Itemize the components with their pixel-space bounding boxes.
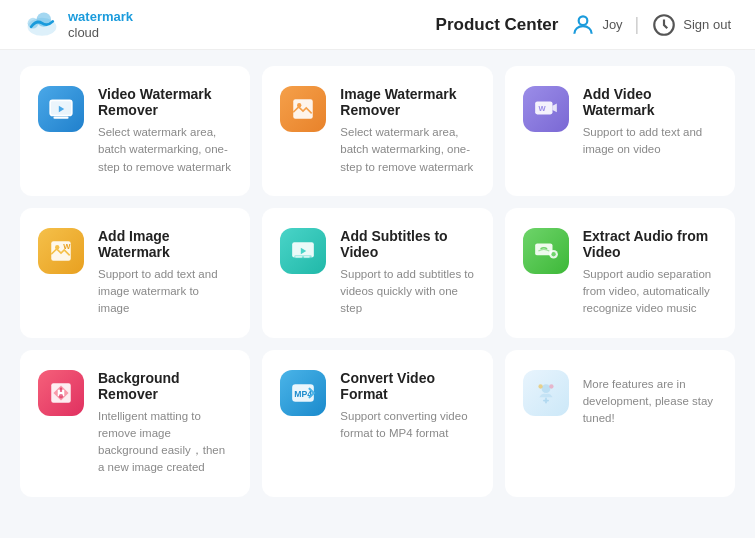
add-image-watermark-content: Add Image Watermark Support to add text … bbox=[98, 228, 232, 318]
video-watermark-remover-desc: Select watermark area, batch watermarkin… bbox=[98, 124, 232, 176]
convert-video-format-desc: Support converting video format to MP4 f… bbox=[340, 408, 474, 443]
image-watermark-remover-title: Image Watermark Remover bbox=[340, 86, 474, 118]
add-video-watermark-icon: W bbox=[523, 86, 569, 132]
more-features-content: More features are in development, please… bbox=[583, 370, 717, 428]
add-image-watermark-desc: Support to add text and image watermark … bbox=[98, 266, 232, 318]
user-icon bbox=[570, 12, 596, 38]
user-name: Joy bbox=[602, 17, 622, 32]
convert-video-format-content: Convert Video Format Support converting … bbox=[340, 370, 474, 443]
image-watermark-remover-card[interactable]: Image Watermark Remover Select watermark… bbox=[262, 66, 492, 196]
logo-text: watermark cloud bbox=[68, 9, 133, 40]
svg-text:W: W bbox=[538, 104, 546, 113]
user-section[interactable]: Joy bbox=[570, 12, 622, 38]
extract-audio-card[interactable]: Extract Audio from Video Support audio s… bbox=[505, 208, 735, 338]
extract-audio-desc: Support audio separation from video, aut… bbox=[583, 266, 717, 318]
product-center-label: Product Center bbox=[436, 15, 559, 35]
svg-point-26 bbox=[541, 384, 550, 393]
svg-point-3 bbox=[579, 16, 588, 25]
image-watermark-remover-icon bbox=[280, 86, 326, 132]
extract-audio-title: Extract Audio from Video bbox=[583, 228, 717, 260]
add-image-watermark-card[interactable]: W Add Image Watermark Support to add tex… bbox=[20, 208, 250, 338]
extract-audio-icon bbox=[523, 228, 569, 274]
sign-out-label: Sign out bbox=[683, 17, 731, 32]
card-row-1: Video Watermark Remover Select watermark… bbox=[20, 66, 735, 196]
convert-video-format-icon: MP4 bbox=[280, 370, 326, 416]
add-video-watermark-card[interactable]: W Add Video Watermark Support to add tex… bbox=[505, 66, 735, 196]
image-watermark-remover-content: Image Watermark Remover Select watermark… bbox=[340, 86, 474, 176]
video-watermark-remover-title: Video Watermark Remover bbox=[98, 86, 232, 118]
card-row-3: Background Remover Intelligent matting t… bbox=[20, 350, 735, 497]
more-features-desc: More features are in development, please… bbox=[583, 376, 717, 428]
svg-point-2 bbox=[37, 12, 51, 26]
add-video-watermark-content: Add Video Watermark Support to add text … bbox=[583, 86, 717, 159]
add-image-watermark-icon: W bbox=[38, 228, 84, 274]
card-row-2: W Add Image Watermark Support to add tex… bbox=[20, 208, 735, 338]
background-remover-title: Background Remover bbox=[98, 370, 232, 402]
convert-video-format-title: Convert Video Format bbox=[340, 370, 474, 402]
add-subtitles-title: Add Subtitles to Video bbox=[340, 228, 474, 260]
svg-point-28 bbox=[549, 384, 553, 388]
svg-text:W: W bbox=[63, 242, 71, 251]
video-watermark-remover-icon bbox=[38, 86, 84, 132]
add-subtitles-desc: Support to add subtitles to videos quick… bbox=[340, 266, 474, 318]
add-image-watermark-title: Add Image Watermark bbox=[98, 228, 232, 260]
svg-point-27 bbox=[538, 384, 542, 388]
add-subtitles-content: Add Subtitles to Video Support to add su… bbox=[340, 228, 474, 318]
image-watermark-remover-desc: Select watermark area, batch watermarkin… bbox=[340, 124, 474, 176]
convert-video-format-card[interactable]: MP4 Convert Video Format Support convert… bbox=[262, 350, 492, 497]
add-video-watermark-desc: Support to add text and image on video bbox=[583, 124, 717, 159]
video-watermark-remover-card[interactable]: Video Watermark Remover Select watermark… bbox=[20, 66, 250, 196]
background-remover-icon bbox=[38, 370, 84, 416]
add-subtitles-card[interactable]: Add Subtitles to Video Support to add su… bbox=[262, 208, 492, 338]
extract-audio-content: Extract Audio from Video Support audio s… bbox=[583, 228, 717, 318]
add-subtitles-icon bbox=[280, 228, 326, 274]
video-watermark-remover-content: Video Watermark Remover Select watermark… bbox=[98, 86, 232, 176]
background-remover-card[interactable]: Background Remover Intelligent matting t… bbox=[20, 350, 250, 497]
sign-out-section[interactable]: Sign out bbox=[651, 12, 731, 38]
svg-point-21 bbox=[551, 252, 555, 256]
more-features-card[interactable]: More features are in development, please… bbox=[505, 350, 735, 497]
svg-point-23 bbox=[59, 394, 63, 398]
logo: watermark cloud bbox=[24, 7, 133, 43]
background-remover-content: Background Remover Intelligent matting t… bbox=[98, 370, 232, 477]
add-video-watermark-title: Add Video Watermark bbox=[583, 86, 717, 118]
main-content: Video Watermark Remover Select watermark… bbox=[0, 50, 755, 513]
more-features-icon bbox=[523, 370, 569, 416]
background-remover-desc: Intelligent matting to remove image back… bbox=[98, 408, 232, 477]
sign-out-icon bbox=[651, 12, 677, 38]
header-divider: | bbox=[635, 14, 640, 35]
